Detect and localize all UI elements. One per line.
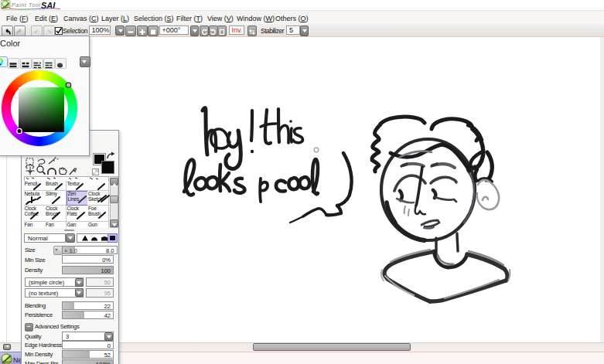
svg-text:Paint Tool: Paint Tool — [12, 2, 41, 8]
